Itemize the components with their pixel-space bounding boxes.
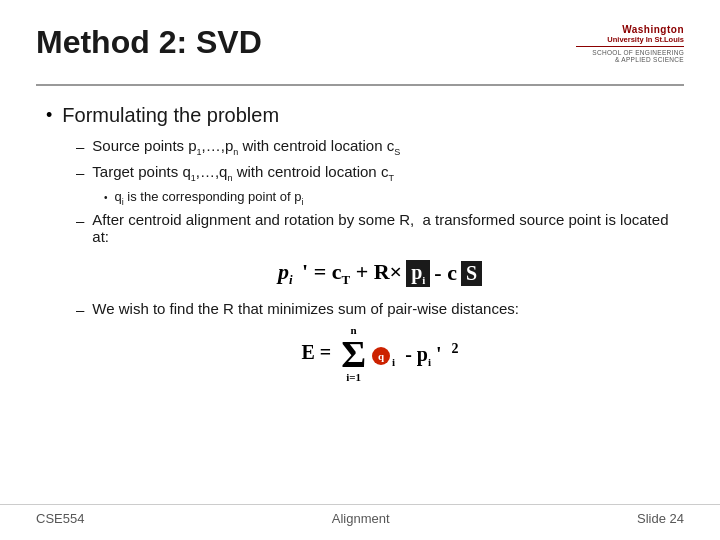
sub-items-list: – Source points p1,…,pn with centroid lo… — [46, 137, 684, 385]
formula-cs-box: S — [461, 261, 482, 286]
e-label: E = — [301, 341, 336, 363]
footer-right: Slide 24 — [637, 511, 684, 526]
sub-sub-dot: • — [104, 192, 108, 203]
formula-minus-cs: - c — [434, 260, 457, 286]
sub-item-target: – Target points q1,…,qn with centroid lo… — [76, 163, 684, 183]
slide: Method 2: SVD Washington University In S… — [0, 0, 720, 540]
after-centroid-text: After centroid alignment and rotation by… — [92, 211, 684, 245]
formula-pi-box: pi — [406, 260, 430, 287]
formula-pi: pi — [278, 259, 293, 288]
formula-prime-ct: ' = cT + R× — [297, 259, 403, 288]
sub-item-after: – After centroid alignment and rotation … — [76, 211, 684, 245]
logo-school: School of Engineering — [592, 49, 684, 56]
sigma-limits: n Σ i=1 — [341, 324, 366, 385]
sub-sub-qi-text: qi is the corresponding point of pi — [115, 189, 304, 207]
university-logo: Washington University In St.Louis School… — [576, 24, 684, 76]
dash-2: – — [76, 164, 84, 181]
sub-sub-qi: • qi is the corresponding point of pi — [76, 189, 684, 207]
exp-2: 2 — [452, 341, 459, 356]
main-bullet-text: Formulating the problem — [62, 104, 279, 127]
slide-footer: CSE554 Alignment Slide 24 — [0, 504, 720, 526]
minimize-text: We wish to find the R that minimizes sum… — [92, 300, 519, 317]
sum-formula-block: E = n Σ i=1 qi - pi ' 2 — [76, 324, 684, 385]
sub-item-source: – Source points p1,…,pn with centroid lo… — [76, 137, 684, 157]
sigma-bottom: i=1 — [346, 371, 361, 384]
sigma-symbol: Σ — [341, 337, 366, 371]
source-points-text: Source points p1,…,pn with centroid loca… — [92, 137, 400, 157]
dash-1: – — [76, 138, 84, 155]
slide-title: Method 2: SVD — [36, 24, 262, 61]
logo-school2: & Applied Science — [615, 56, 684, 63]
sub-item-minimize: – We wish to find the R that minimizes s… — [76, 300, 684, 318]
dash-3: – — [76, 212, 84, 229]
target-points-text: Target points q1,…,qn with centroid loca… — [92, 163, 394, 183]
sum-body: qi - pi ' 2 — [372, 341, 458, 368]
bullet-dot: • — [46, 106, 52, 124]
main-bullet: • Formulating the problem — [46, 104, 684, 127]
slide-header: Method 2: SVD Washington University In S… — [36, 24, 684, 86]
q-circle-icon: q — [372, 347, 390, 365]
qi-sub: i — [392, 356, 395, 368]
slide-content: • Formulating the problem – Source point… — [36, 104, 684, 385]
footer-left: CSE554 — [36, 511, 84, 526]
formula-inline: pi ' = cT + R× pi - c S — [278, 259, 482, 288]
pi-sub2: i — [428, 356, 431, 368]
footer-center: Alignment — [332, 511, 390, 526]
formula-block: pi ' = cT + R× pi - c S — [76, 255, 684, 292]
sigma-group: n Σ i=1 qi - pi ' 2 — [341, 324, 458, 385]
dash-4: – — [76, 301, 84, 318]
